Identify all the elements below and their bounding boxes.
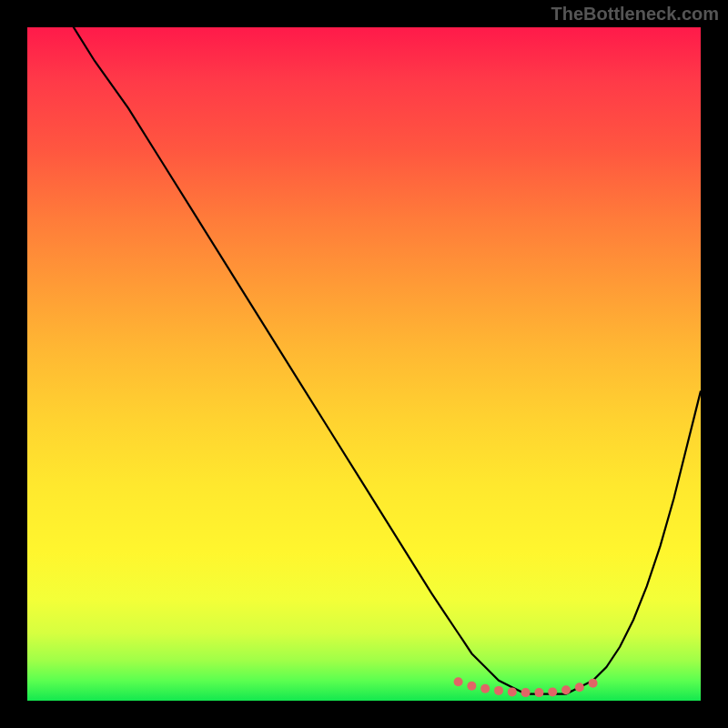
svg-point-7 [548,687,557,696]
chart-plot-area [27,27,701,701]
bottleneck-curve [27,27,701,701]
svg-point-6 [534,688,543,697]
svg-point-1 [467,682,476,691]
svg-point-3 [494,686,503,695]
svg-point-10 [589,679,598,688]
watermark-text: TheBottleneck.com [551,4,719,25]
svg-point-5 [521,688,531,697]
svg-point-9 [575,682,584,692]
svg-point-8 [561,685,571,694]
svg-point-4 [508,687,517,696]
optimal-range-markers [27,27,701,701]
svg-point-2 [480,684,490,693]
svg-point-0 [454,677,463,686]
